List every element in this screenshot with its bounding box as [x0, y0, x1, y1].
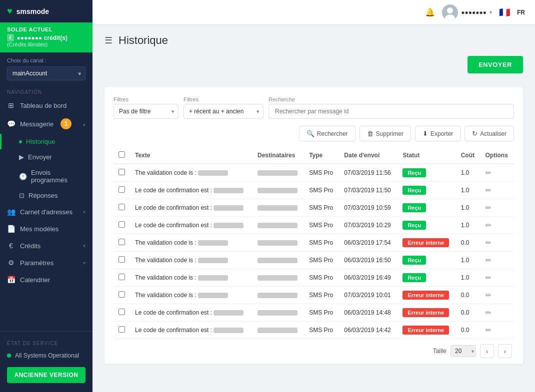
solde-box: SOLDE ACTUEL € ●●●●●●● crédit(s) (Crédit…	[0, 22, 92, 52]
search-icon: 🔍	[306, 130, 314, 137]
cell-type: SMS Pro	[304, 217, 339, 234]
flag-icon[interactable]: 🇫🇷	[499, 7, 510, 18]
bell-icon[interactable]: 🔔	[425, 7, 435, 17]
row-checkbox[interactable]	[118, 274, 125, 280]
actions-row: 🔍 Rechercher 🗑 Supprimer ⬇ Exporter ↻ Ac…	[114, 126, 514, 141]
parametres-arrow: ▾	[83, 260, 86, 266]
cell-destinataires	[252, 287, 304, 304]
canal-select[interactable]: mainAccount	[7, 66, 86, 80]
actualiser-button[interactable]: ↻ Actualiser	[464, 126, 514, 141]
cell-cout: 0.0	[456, 304, 480, 322]
rechercher-button[interactable]: 🔍 Rechercher	[299, 126, 356, 141]
cell-type: SMS Pro	[304, 182, 339, 199]
envoyer-button[interactable]: ENVOYER	[468, 56, 523, 73]
sidebar-item-envois-programmes[interactable]: 🕐 Envois programmés	[0, 165, 92, 188]
cell-texte: Le code de confirmation est :	[130, 199, 252, 217]
dest-blurred	[258, 188, 298, 193]
exporter-button[interactable]: ⬇ Exporter	[415, 126, 460, 141]
cell-type: SMS Pro	[304, 164, 339, 182]
user-menu[interactable]: ●●●●●●● ▾	[442, 4, 492, 20]
sidebar-item-calendrier[interactable]: 📅 Calendrier	[0, 271, 92, 288]
cell-date: 07/03/2019 11:50	[339, 182, 398, 199]
send-icon: ▶	[19, 153, 24, 161]
table-row: Le code de confirmation est : SMS Pro 06…	[114, 322, 514, 339]
cell-type: SMS Pro	[304, 287, 339, 304]
edit-icon[interactable]: ✏	[486, 326, 492, 334]
table-row: Le code de confirmation est : SMS Pro 07…	[114, 199, 514, 217]
cell-texte: The validation code is :	[130, 252, 252, 269]
prev-page-button[interactable]: ‹	[480, 344, 494, 358]
sidebar-item-mes-modeles[interactable]: 📄 Mes modèles	[0, 220, 92, 237]
solde-amount: ●●●●●●● crédit(s)	[17, 34, 68, 41]
select-all-checkbox[interactable]	[118, 151, 125, 158]
cell-texte: The validation code is :	[130, 287, 252, 304]
cell-options: ✏	[480, 182, 514, 199]
cell-type: SMS Pro	[304, 199, 339, 217]
col-options: Options	[480, 147, 514, 164]
supprimer-button[interactable]: 🗑 Supprimer	[360, 126, 411, 141]
filter2-select[interactable]: + récent au + ancien	[184, 104, 264, 119]
next-page-button[interactable]: ›	[498, 344, 512, 358]
edit-icon[interactable]: ✏	[486, 204, 492, 212]
cell-destinataires	[252, 199, 304, 217]
cell-date: 06/03/2019 14:42	[339, 322, 398, 339]
user-arrow: ▾	[490, 9, 492, 15]
sidebar-item-messagerie[interactable]: 💬 Messagerie 1 ▴	[0, 114, 92, 134]
search-input[interactable]	[268, 104, 514, 119]
sidebar-item-credits[interactable]: € Crédits ▾	[0, 237, 92, 254]
edit-icon[interactable]: ✏	[486, 221, 492, 229]
edit-icon[interactable]: ✏	[486, 169, 492, 177]
row-checkbox[interactable]	[118, 169, 125, 175]
row-checkbox[interactable]	[118, 239, 125, 245]
sidebar-item-tableau-de-bord[interactable]: ⊞ Tableau de bord	[0, 97, 92, 114]
edit-icon[interactable]: ✏	[486, 291, 492, 299]
edit-icon[interactable]: ✏	[486, 274, 492, 282]
cell-type: SMS Pro	[304, 252, 339, 269]
edit-icon[interactable]: ✏	[486, 309, 492, 317]
edit-icon[interactable]: ✏	[486, 239, 492, 247]
filter1-select-wrap: Pas de filtre	[114, 104, 178, 119]
sidebar-item-parametres[interactable]: ⚙ Paramètres ▾	[0, 254, 92, 271]
dest-blurred	[258, 293, 298, 298]
main-content: 🔔 ●●●●●●● ▾ 🇫🇷 FR ☰ Historique ENVOYER	[92, 0, 535, 392]
cell-statut: Reçu	[398, 182, 456, 199]
filter1-select[interactable]: Pas de filtre	[114, 104, 178, 119]
nav-label-parametres: Paramètres	[20, 259, 54, 267]
row-checkbox[interactable]	[118, 204, 125, 210]
row-checkbox[interactable]	[118, 291, 125, 298]
dest-blurred	[258, 240, 298, 246]
sidebar-item-envoyer[interactable]: ▶ Envoyer	[0, 149, 92, 165]
edit-icon[interactable]: ✏	[486, 186, 492, 194]
lang-label[interactable]: FR	[517, 9, 525, 16]
avatar	[442, 4, 458, 20]
table-body: The validation code is : SMS Pro 07/03/2…	[114, 164, 514, 339]
table-row: The validation code is : SMS Pro 06/03/2…	[114, 269, 514, 287]
row-checkbox[interactable]	[118, 186, 125, 193]
filter1-label: Filtres	[114, 96, 178, 102]
col-texte: Texte	[130, 147, 252, 164]
row-checkbox[interactable]	[118, 256, 125, 263]
sidebar-item-historique[interactable]: Historique	[0, 134, 92, 149]
status-badge: Erreur interne	[402, 326, 449, 335]
cell-statut: Erreur interne	[398, 304, 456, 322]
trash-icon: 🗑	[367, 130, 374, 137]
sidebar-item-carnet-adresses[interactable]: 👥 Carnet d'adresses ▾	[0, 203, 92, 220]
dest-blurred	[258, 275, 298, 281]
solde-label: SOLDE ACTUEL	[7, 26, 86, 32]
edit-icon[interactable]: ✏	[486, 256, 492, 264]
nav-label-envois: Envois programmés	[31, 169, 86, 184]
sidebar-logo: ♥ smsmode	[0, 0, 92, 22]
row-checkbox[interactable]	[118, 309, 125, 315]
ancienne-version-button[interactable]: ANCIENNE VERSION	[7, 367, 86, 383]
logo-icon: ♥	[7, 6, 12, 16]
cell-options: ✏	[480, 217, 514, 234]
chat-icon: 💬	[7, 120, 15, 128]
euro-icon: €	[7, 242, 15, 250]
cell-texte: The validation code is :	[130, 164, 252, 182]
row-checkbox[interactable]	[118, 326, 125, 333]
texte-blurred	[214, 188, 244, 193]
cell-options: ✏	[480, 287, 514, 304]
taille-select[interactable]: 20 50 100	[450, 345, 476, 357]
sidebar-item-reponses[interactable]: ⊡ Réponses	[0, 188, 92, 203]
row-checkbox[interactable]	[118, 221, 125, 228]
